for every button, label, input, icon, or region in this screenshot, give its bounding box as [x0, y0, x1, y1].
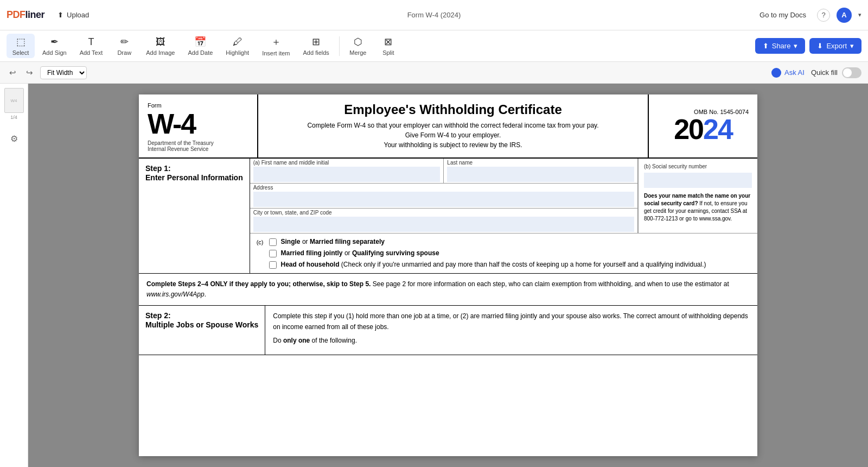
- redo-button[interactable]: ↪: [23, 66, 36, 79]
- draw-label: Draw: [117, 49, 131, 56]
- form-title-center: Form W-4 (2024): [407, 11, 461, 19]
- share-chevron-icon: ▾: [794, 42, 797, 50]
- last-name-cell: Last name: [444, 159, 637, 183]
- w4-form: Form W-4 Department of the Treasury Inte…: [139, 94, 757, 456]
- married-jointly-label: Married filing jointly or Qualifying sur…: [281, 249, 439, 257]
- select-label: Select: [12, 49, 29, 56]
- step2-para1: Complete this step if you (1) hold more …: [273, 311, 750, 332]
- highlight-button[interactable]: 🖊 Highlight: [220, 34, 254, 58]
- avatar-button[interactable]: A: [837, 8, 852, 23]
- address-label: Address: [253, 185, 634, 191]
- split-icon: ⊠: [384, 36, 392, 48]
- add-fields-icon: ⊞: [312, 36, 320, 48]
- insert-item-label: Insert item: [262, 50, 290, 56]
- upload-label: Upload: [67, 11, 89, 19]
- single-label: Single or Married filing separately: [281, 238, 385, 245]
- split-label: Split: [382, 49, 394, 56]
- page-count-label: 1/4: [10, 115, 17, 120]
- ask-ai-button[interactable]: Ask AI: [771, 68, 805, 78]
- first-name-input[interactable]: [253, 167, 441, 182]
- export-icon: ⬇: [817, 42, 823, 50]
- secondary-right: Ask AI Quick fill: [771, 67, 861, 78]
- address-input[interactable]: [253, 192, 634, 207]
- add-image-icon: 🖼: [156, 36, 165, 48]
- upload-icon: ⬆: [58, 11, 63, 19]
- share-icon: ⬆: [763, 42, 769, 50]
- add-text-button[interactable]: T Add Text: [74, 34, 108, 58]
- add-fields-label: Add fields: [303, 49, 329, 56]
- form-header-right: OMB No. 1545-0074 2024: [649, 94, 757, 157]
- page-thumbnail[interactable]: W4 1/4: [4, 88, 24, 113]
- add-sign-button[interactable]: ✒ Add Sign: [37, 34, 72, 58]
- single-checkbox[interactable]: [269, 238, 277, 246]
- step1-section: Step 1: Enter Personal Information (a) F…: [139, 159, 757, 274]
- complete-steps-row: Complete Steps 2–4 ONLY if they apply to…: [139, 274, 757, 306]
- merge-icon: ⬡: [354, 36, 362, 48]
- secondary-left: ↩ ↪ Fit Width: [7, 66, 87, 79]
- step1-title: Enter Personal Information: [145, 173, 243, 182]
- name-ssn-row: (a) First name and middle initial Last n…: [250, 159, 757, 233]
- step1-label: Step 1: Enter Personal Information: [139, 159, 250, 273]
- add-image-button[interactable]: 🖼 Add Image: [141, 34, 180, 58]
- topbar-right: Go to my Docs ? A ▾: [755, 8, 861, 23]
- topbar: PDFliner ⬆ Upload Form W-4 (2024) Go to …: [0, 0, 868, 30]
- highlight-icon: 🖊: [233, 36, 242, 48]
- topbar-left: PDFliner ⬆ Upload: [7, 9, 93, 21]
- share-button[interactable]: ⬆ Share ▾: [755, 38, 806, 54]
- ssn-input[interactable]: [644, 173, 752, 188]
- split-button[interactable]: ⊠ Split: [374, 34, 403, 58]
- topbar-chevron-button[interactable]: ▾: [858, 11, 861, 18]
- married-jointly-checkbox[interactable]: [269, 250, 277, 257]
- filing-status-row: (c) Single or Married filing separately: [250, 233, 757, 273]
- checkbox-head-of-household: Head of household (Check only if you're …: [269, 261, 706, 269]
- step1-number: Step 1:: [145, 164, 243, 173]
- add-sign-icon: ✒: [50, 36, 59, 48]
- form-main-title: Employee's Withholding Certificate: [344, 102, 562, 117]
- dept-label: Department of the Treasury Internal Reve…: [148, 140, 248, 152]
- form-number: W-4: [148, 110, 248, 138]
- last-name-label: Last name: [447, 160, 634, 166]
- upload-button[interactable]: ⬆ Upload: [53, 9, 93, 21]
- toolbar: ⬚ Select ✒ Add Sign T Add Text ✏ Draw 🖼 …: [0, 30, 868, 62]
- undo-button[interactable]: ↩: [7, 66, 19, 79]
- fields-main: (a) First name and middle initial Last n…: [250, 159, 638, 233]
- export-chevron-icon: ▾: [850, 42, 854, 50]
- step2-title: Multiple Jobs or Spouse Works: [145, 320, 258, 330]
- merge-button[interactable]: ⬡ Merge: [344, 34, 372, 58]
- select-tool-button[interactable]: ⬚ Select: [7, 34, 35, 58]
- quick-fill-toggle[interactable]: [842, 67, 861, 78]
- logo-pdf: PDF: [7, 9, 25, 21]
- add-date-icon: 📅: [194, 36, 206, 48]
- insert-item-button[interactable]: ＋ Insert item: [257, 33, 295, 59]
- form-header: Form W-4 Department of the Treasury Inte…: [139, 94, 757, 159]
- sidebar-settings-icon[interactable]: ⚙: [10, 134, 18, 144]
- last-name-input[interactable]: [447, 167, 634, 182]
- draw-icon: ✏: [120, 36, 129, 48]
- help-button[interactable]: ?: [817, 9, 830, 22]
- address-row: Address: [250, 184, 637, 209]
- secondary-toolbar: ↩ ↪ Fit Width Ask AI Quick fill: [0, 62, 868, 84]
- doc-area[interactable]: Form W-4 Department of the Treasury Inte…: [28, 84, 868, 467]
- add-image-label: Add Image: [146, 49, 175, 56]
- ask-ai-label: Ask AI: [784, 68, 805, 77]
- complete-steps-rest: See page 2 for more information on each …: [371, 280, 729, 288]
- step1-fields: (a) First name and middle initial Last n…: [250, 159, 757, 273]
- year-highlight: 24: [703, 113, 732, 145]
- step2-label: Step 2: Multiple Jobs or Spouse Works: [139, 306, 265, 355]
- head-of-household-label: Head of household (Check only if you're …: [281, 261, 706, 268]
- logo: PDFliner: [7, 9, 44, 21]
- insert-item-icon: ＋: [271, 35, 281, 48]
- quick-fill-label: Quick fill: [811, 68, 838, 77]
- add-sign-label: Add Sign: [42, 49, 67, 56]
- toggle-knob: [843, 68, 852, 77]
- add-fields-button[interactable]: ⊞ Add fields: [298, 34, 335, 58]
- goto-docs-button[interactable]: Go to my Docs: [755, 9, 810, 21]
- share-label: Share: [772, 42, 791, 50]
- export-button[interactable]: ⬇ Export ▾: [809, 38, 861, 54]
- draw-button[interactable]: ✏ Draw: [110, 34, 138, 58]
- add-date-button[interactable]: 📅 Add Date: [182, 34, 218, 58]
- city-input[interactable]: [253, 217, 634, 232]
- step2-number: Step 2:: [145, 311, 258, 320]
- fit-width-select[interactable]: Fit Width: [40, 66, 87, 79]
- head-of-household-checkbox[interactable]: [269, 261, 277, 269]
